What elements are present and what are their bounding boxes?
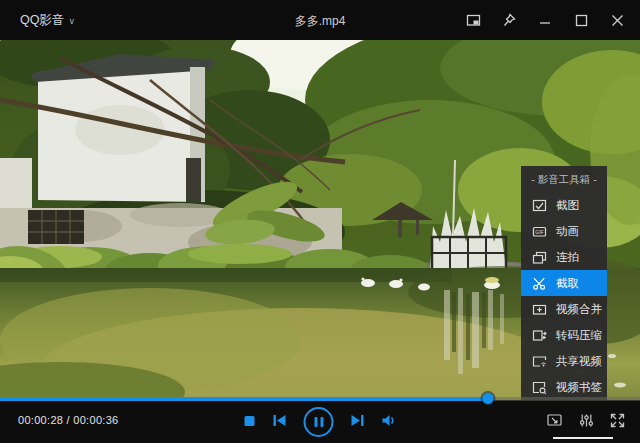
fullscreen-icon xyxy=(610,413,625,432)
settings-sliders-icon xyxy=(579,413,594,432)
toolbox-item-animation[interactable]: GIF 动画 xyxy=(521,218,607,244)
svg-text:GIF: GIF xyxy=(535,229,543,235)
bookmark-icon xyxy=(532,380,547,395)
pin-icon xyxy=(502,13,517,28)
toolbox-item-screenshot[interactable]: 截图 xyxy=(521,192,607,218)
volume-icon xyxy=(382,413,397,431)
fullscreen-button[interactable] xyxy=(610,413,625,432)
toolbox-item-clip[interactable]: 截取 xyxy=(521,270,607,296)
seek-handle[interactable] xyxy=(483,393,494,404)
toolbox-item-share-video[interactable]: 共享视频 xyxy=(521,348,607,374)
close-icon xyxy=(611,14,624,27)
capture-select-icon xyxy=(547,413,563,432)
previous-button[interactable] xyxy=(273,413,287,431)
seek-bar-fill xyxy=(0,397,488,401)
stop-icon xyxy=(244,413,256,431)
media-toolbox-panel: - 影音工具箱 - 截图 GIF 动画 连拍 截取 xyxy=(521,166,607,400)
time-display: 00:00:28 / 00:00:36 xyxy=(18,414,119,426)
maximize-button[interactable] xyxy=(572,11,590,29)
toolbox-item-label: 截图 xyxy=(556,198,579,213)
toolbox-item-label: 截取 xyxy=(556,276,579,291)
control-bar: 00:00:28 / 00:00:36 xyxy=(0,401,640,443)
taskbar-hint-line xyxy=(553,437,613,439)
pin-on-top-button[interactable] xyxy=(500,11,518,29)
settings-sliders-button[interactable] xyxy=(579,413,594,432)
toolbox-title: - 影音工具箱 - xyxy=(521,166,607,192)
toolbox-item-label: 共享视频 xyxy=(556,354,602,369)
maximize-icon xyxy=(575,14,588,27)
pause-icon xyxy=(314,417,317,427)
capture-select-button[interactable] xyxy=(547,413,563,432)
toolbox-item-label: 动画 xyxy=(556,224,579,239)
pause-button[interactable] xyxy=(304,407,334,437)
title-bar: QQ影音 ∨ 多多.mp4 xyxy=(0,0,640,40)
toolbox-item-label: 连拍 xyxy=(556,250,579,265)
minimize-button[interactable] xyxy=(536,11,554,29)
toolbox-item-burst[interactable]: 连拍 xyxy=(521,244,607,270)
gif-icon: GIF xyxy=(532,224,547,239)
minimize-icon xyxy=(539,14,552,27)
stop-button[interactable] xyxy=(244,413,256,431)
toolbox-item-label: 转码压缩 xyxy=(556,328,602,343)
close-button[interactable] xyxy=(608,11,626,29)
next-icon xyxy=(351,413,365,431)
burst-icon xyxy=(532,250,547,265)
previous-icon xyxy=(273,413,287,431)
scissors-icon xyxy=(532,276,547,291)
toolbox-item-label: 视频合并 xyxy=(556,302,602,317)
seek-bar[interactable] xyxy=(0,397,640,401)
screenshot-icon xyxy=(532,198,547,213)
transcode-icon xyxy=(532,328,547,343)
qq-player-window: QQ影音 ∨ 多多.mp4 xyxy=(0,0,640,443)
toolbox-item-label: 视频书签 xyxy=(556,380,602,395)
volume-button[interactable] xyxy=(382,413,397,431)
mini-mode-icon xyxy=(466,13,481,28)
toolbox-item-video-merge[interactable]: 视频合并 xyxy=(521,296,607,322)
merge-icon xyxy=(532,302,547,317)
toolbox-item-transcode[interactable]: 转码压缩 xyxy=(521,322,607,348)
next-button[interactable] xyxy=(351,413,365,431)
share-icon xyxy=(532,354,547,369)
mini-mode-button[interactable] xyxy=(464,11,482,29)
